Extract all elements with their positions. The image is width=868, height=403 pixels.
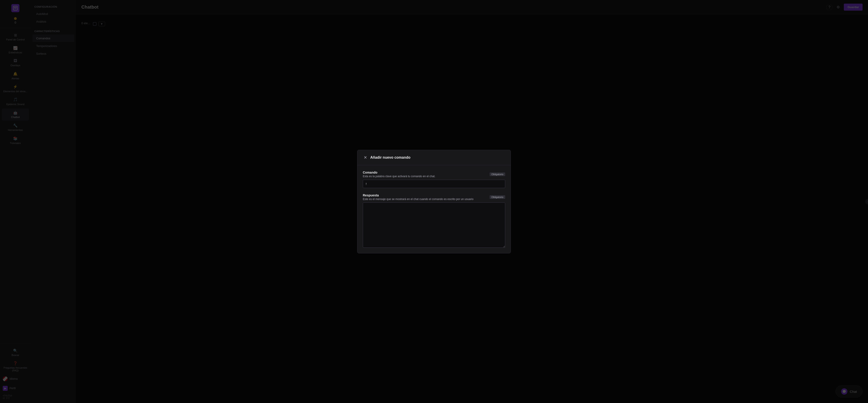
modal-title-text: Añadir nuevo comando xyxy=(370,155,410,160)
response-label: Respuesta xyxy=(363,193,473,197)
response-required-badge: Obligatorio xyxy=(490,195,505,199)
command-input[interactable] xyxy=(363,180,505,188)
command-form-group: Comando Esta es la palabra clave que act… xyxy=(363,170,505,188)
response-label-row: Respuesta Este es el mensaje que se most… xyxy=(363,193,505,201)
response-textarea[interactable] xyxy=(363,203,505,248)
modal-body: Comando Esta es la palabra clave que act… xyxy=(358,165,510,253)
modal-overlay: ✕ Añadir nuevo comando Comando Esta es l… xyxy=(0,0,868,403)
command-label-block: Comando Esta es la palabra clave que act… xyxy=(363,170,435,178)
response-form-group: Respuesta Este es el mensaje que se most… xyxy=(363,193,505,248)
response-label-block: Respuesta Este es el mensaje que se most… xyxy=(363,193,473,201)
close-icon: ✕ xyxy=(364,155,367,160)
modal-header: ✕ Añadir nuevo comando xyxy=(358,150,510,165)
command-description: Esta es la palabra clave que activará tu… xyxy=(363,175,435,178)
command-required-badge: Obligatorio xyxy=(490,173,505,176)
modal-title: ✕ Añadir nuevo comando xyxy=(363,155,410,160)
add-command-modal: ✕ Añadir nuevo comando Comando Esta es l… xyxy=(357,150,511,253)
command-label-row: Comando Esta es la palabra clave que act… xyxy=(363,170,505,178)
modal-close-button[interactable]: ✕ xyxy=(363,155,368,160)
response-description: Este es el mensaje que se mostrará en el… xyxy=(363,197,473,201)
command-label: Comando xyxy=(363,170,435,174)
